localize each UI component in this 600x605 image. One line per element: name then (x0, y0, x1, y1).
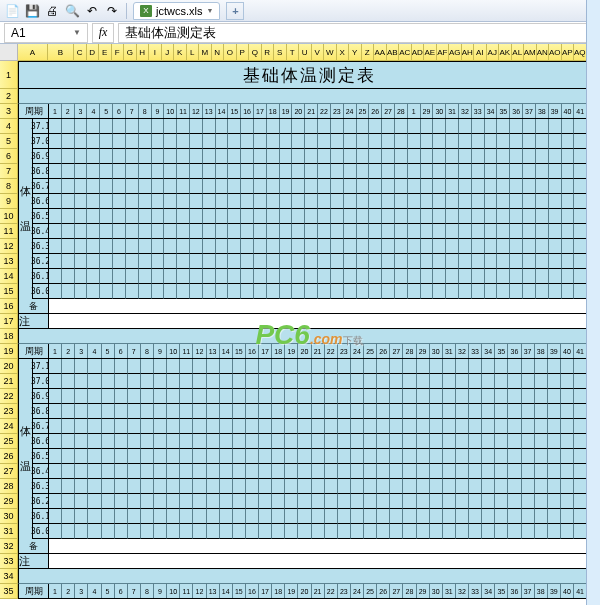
grid-cell[interactable] (495, 404, 508, 419)
grid-cell[interactable] (472, 239, 485, 254)
grid-cell[interactable] (100, 179, 113, 194)
grid-cell[interactable] (395, 239, 408, 254)
grid-cell[interactable] (357, 239, 370, 254)
grid-cell[interactable] (522, 374, 535, 389)
grid-cell[interactable] (446, 254, 459, 269)
grid-cell[interactable] (497, 134, 510, 149)
tab-dropdown-icon[interactable]: ▼ (206, 7, 213, 14)
grid-cell[interactable] (88, 359, 101, 374)
grid-cell[interactable] (154, 389, 167, 404)
grid-cell[interactable] (88, 389, 101, 404)
grid-cell[interactable] (285, 449, 298, 464)
grid-cell[interactable] (562, 119, 575, 134)
grid-cell[interactable] (351, 449, 364, 464)
grid-cell[interactable] (241, 284, 254, 299)
grid-cell[interactable] (549, 194, 562, 209)
grid-cell[interactable] (207, 494, 220, 509)
grid-cell[interactable] (177, 149, 190, 164)
grid-cell[interactable] (272, 419, 285, 434)
grid-cell[interactable] (535, 374, 548, 389)
grid-cell[interactable] (369, 194, 382, 209)
grid-cell[interactable] (49, 464, 62, 479)
grid-cell[interactable] (443, 524, 456, 539)
grid-cell[interactable] (102, 434, 115, 449)
grid-cell[interactable] (459, 194, 472, 209)
grid-cell[interactable] (49, 524, 62, 539)
grid-cell[interactable] (190, 134, 203, 149)
grid-cell[interactable] (523, 209, 536, 224)
grid-cell[interactable] (193, 419, 206, 434)
grid-cell[interactable] (485, 194, 498, 209)
grid-cell[interactable] (456, 449, 469, 464)
grid-cell[interactable] (325, 494, 338, 509)
grid-cell[interactable] (154, 479, 167, 494)
row-header-32[interactable]: 32 (0, 539, 18, 554)
undo-icon[interactable]: ↶ (84, 3, 100, 19)
column-header-AG[interactable]: AG (449, 44, 462, 61)
grid-cell[interactable] (548, 479, 561, 494)
grid-cell[interactable] (115, 359, 128, 374)
grid-cell[interactable] (456, 524, 469, 539)
grid-cell[interactable] (259, 464, 272, 479)
grid-cell[interactable] (49, 269, 62, 284)
grid-cell[interactable] (113, 239, 126, 254)
grid-cell[interactable] (292, 134, 305, 149)
grid-cell[interactable] (469, 404, 482, 419)
grid-cell[interactable] (331, 224, 344, 239)
grid-cell[interactable] (49, 359, 62, 374)
grid-cell[interactable] (272, 449, 285, 464)
grid-cell[interactable] (141, 404, 154, 419)
grid-cell[interactable] (549, 134, 562, 149)
grid-cell[interactable] (408, 179, 421, 194)
grid-cell[interactable] (87, 209, 100, 224)
grid-cell[interactable] (523, 269, 536, 284)
grid-cell[interactable] (75, 449, 88, 464)
grid-cell[interactable] (562, 209, 575, 224)
grid-cell[interactable] (246, 434, 259, 449)
grid-cell[interactable] (75, 434, 88, 449)
grid-cell[interactable] (254, 239, 267, 254)
grid-cell[interactable] (369, 149, 382, 164)
grid-cell[interactable] (382, 224, 395, 239)
grid-cell[interactable] (469, 524, 482, 539)
grid-cell[interactable] (203, 284, 216, 299)
grid-cell[interactable] (126, 134, 139, 149)
grid-cell[interactable] (485, 269, 498, 284)
grid-cell[interactable] (292, 209, 305, 224)
grid-cell[interactable] (180, 374, 193, 389)
grid-cell[interactable] (193, 509, 206, 524)
grid-cell[interactable] (272, 389, 285, 404)
grid-cell[interactable] (390, 449, 403, 464)
grid-cell[interactable] (430, 509, 443, 524)
grid-cell[interactable] (305, 254, 318, 269)
grid-cell[interactable] (228, 269, 241, 284)
grid-cell[interactable] (75, 254, 88, 269)
grid-cell[interactable] (115, 404, 128, 419)
grid-cell[interactable] (482, 404, 495, 419)
grid-cell[interactable] (216, 164, 229, 179)
grid-cell[interactable] (228, 209, 241, 224)
grid-cell[interactable] (164, 119, 177, 134)
grid-cell[interactable] (280, 164, 293, 179)
row-header-13[interactable]: 13 (0, 254, 18, 269)
row-header-3[interactable]: 3 (0, 104, 18, 119)
grid-cell[interactable] (152, 149, 165, 164)
save-icon[interactable]: 💾 (24, 3, 40, 19)
grid-cell[interactable] (523, 224, 536, 239)
row-header-26[interactable]: 26 (0, 449, 18, 464)
grid-cell[interactable] (312, 419, 325, 434)
grid-cell[interactable] (446, 209, 459, 224)
grid-cell[interactable] (298, 464, 311, 479)
grid-cell[interactable] (305, 134, 318, 149)
grid-cell[interactable] (522, 494, 535, 509)
column-header-O[interactable]: O (224, 44, 237, 61)
period-header-row-1[interactable]: 周期12345678910111213141516171819202122232… (18, 104, 600, 119)
grid-cell[interactable] (318, 224, 331, 239)
grid-cell[interactable] (344, 224, 357, 239)
grid-cell[interactable] (193, 359, 206, 374)
grid-cell[interactable] (216, 134, 229, 149)
grid-cell[interactable] (241, 239, 254, 254)
grid-cell[interactable] (508, 389, 521, 404)
grid-cell[interactable] (216, 149, 229, 164)
grid-cell[interactable] (364, 359, 377, 374)
